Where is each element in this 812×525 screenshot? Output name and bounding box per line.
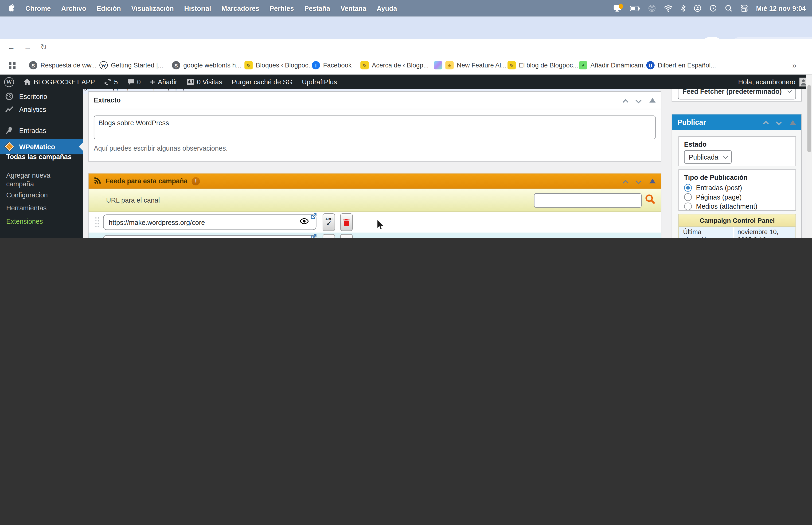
reload-icon[interactable]: ↻ <box>41 43 47 52</box>
extracto-title: Extracto <box>94 96 121 104</box>
home-icon <box>23 78 31 86</box>
sidebar-subitem-herramientas[interactable]: Herramientas <box>0 204 83 212</box>
bluetooth-icon[interactable] <box>681 5 686 12</box>
bookmark-item[interactable]: ✎Acerca de ‹ Blogp... <box>361 61 429 69</box>
feed-row: ABC✓ <box>89 212 661 232</box>
feeds-title: Feeds para esta campaña <box>106 177 188 185</box>
wifi-icon[interactable] <box>664 5 672 12</box>
move-down-icon[interactable] <box>776 119 782 125</box>
time-machine-icon[interactable] <box>709 5 717 12</box>
menu-historial[interactable]: Historial <box>184 4 211 12</box>
adminbar-new[interactable]: + Añadir <box>145 75 182 89</box>
fetcher-select[interactable]: Feed Fetcher (predeterminado) <box>678 89 796 100</box>
menu-pestana[interactable]: Pestaña <box>304 4 330 12</box>
menu-perfiles[interactable]: Perfiles <box>270 4 294 12</box>
external-link-icon[interactable] <box>310 234 317 238</box>
apps-grid-icon[interactable] <box>8 62 16 71</box>
adminbar-updraft[interactable]: UpdraftPlus <box>297 75 342 89</box>
adminbar-sg-cache[interactable]: Purgar caché de SG <box>227 75 297 89</box>
delete-feed-button[interactable] <box>340 213 353 231</box>
external-link-icon[interactable] <box>310 213 317 221</box>
sidebar-item-escritorio[interactable]: Escritorio <box>0 89 83 104</box>
trash-icon <box>343 218 350 226</box>
bookmark-item[interactable]: fFacebook <box>312 61 352 69</box>
move-up-icon[interactable] <box>763 121 769 127</box>
publicar-panel: Publicar Estado Publicada Tipo de Public… <box>672 114 802 238</box>
chevron-down-icon <box>787 89 792 93</box>
apple-icon[interactable] <box>8 3 15 13</box>
menu-chrome[interactable]: Chrome <box>25 4 51 12</box>
adminbar-visits[interactable]: 0 Visitas <box>182 75 227 89</box>
display-notification-icon[interactable] <box>613 5 621 12</box>
menu-marcadores[interactable]: Marcadores <box>221 4 259 12</box>
eye-icon[interactable] <box>300 218 308 226</box>
feeds-warning-icon[interactable] <box>192 177 200 185</box>
drag-handle-icon[interactable] <box>95 216 99 228</box>
sidebar-subitem-extensiones[interactable]: Extensiones <box>0 217 83 226</box>
sidebar-item-entradas[interactable]: Entradas <box>0 123 83 138</box>
wp-logo-icon[interactable]: W <box>0 75 18 89</box>
radio-medios[interactable]: Medios (attachment) <box>684 202 757 210</box>
estado-label: Estado <box>684 140 707 148</box>
check-feed-button[interactable]: ABC✓ <box>323 213 335 231</box>
forward-icon[interactable]: → <box>24 43 31 51</box>
bookmark-item[interactable]: ★New Feature Al... <box>434 61 506 69</box>
collapse-icon[interactable] <box>649 98 656 103</box>
sidebar-item-wpematico[interactable]: WPeMatico <box>0 139 83 154</box>
adminbar-greeting[interactable]: Hola, acambronero <box>738 78 796 86</box>
bookmark-item[interactable]: SRespuesta de ww... <box>29 61 96 69</box>
menu-edicion[interactable]: Edición <box>96 4 121 12</box>
back-icon[interactable]: ← <box>7 43 15 51</box>
menu-visualizacion[interactable]: Visualización <box>131 4 174 12</box>
feed-url-input[interactable] <box>103 235 317 238</box>
sidebar-item-analytics[interactable]: Analytics <box>0 102 83 117</box>
bookmark-item[interactable]: ✎El blog de Blogpoc... <box>507 61 578 69</box>
battery-icon[interactable] <box>630 5 640 11</box>
bookmark-item[interactable]: UDilbert en Español... <box>646 61 716 69</box>
mouse-cursor <box>377 219 384 230</box>
extracto-textarea[interactable]: Blogs sobre WordPress <box>94 116 656 139</box>
menu-ventana[interactable]: Ventana <box>340 4 366 12</box>
user-menu-icon[interactable] <box>694 5 701 12</box>
sidebar-item-medios[interactable]: Medios <box>0 235 83 238</box>
menu-archivo[interactable]: Archivo <box>61 4 86 12</box>
macos-menubar: Chrome Archivo Edición Visualización His… <box>0 0 812 17</box>
estado-select[interactable]: Publicada <box>684 150 732 164</box>
check-feed-button[interactable]: ABC✓ <box>323 234 335 238</box>
feed-url-input[interactable] <box>103 214 317 230</box>
feed-search-icon[interactable] <box>645 194 656 206</box>
collapse-icon[interactable] <box>649 179 656 183</box>
adminbar-updates[interactable]: 5 <box>99 75 122 89</box>
bookmarks-bar: SRespuesta de ww... WGetting Started |..… <box>0 57 812 75</box>
adminbar-site[interactable]: BLOGPOCKET APP <box>18 75 99 89</box>
estado-box: Estado Publicada <box>678 136 796 166</box>
sidebar-subitem-configuracion[interactable]: Configuracion <box>0 191 83 199</box>
bookmark-item[interactable]: ✎Bloques ‹ Blogpoc... <box>244 61 314 69</box>
feed-search-input[interactable] <box>534 193 641 208</box>
move-up-icon[interactable] <box>623 99 628 105</box>
bookmarks-overflow-icon[interactable]: » <box>792 61 796 69</box>
menubar-clock[interactable]: Mié 12 nov 9:04 <box>756 4 806 12</box>
sidebar-subitem-agregar-campana[interactable]: Agregar nueva campaña <box>0 171 62 189</box>
sidebar-subitem-todas-campanas[interactable]: Todas las campañas <box>0 152 83 161</box>
bookmark-item[interactable]: WGetting Started |... <box>99 61 163 69</box>
move-up-icon[interactable] <box>623 180 628 185</box>
radio-paginas[interactable]: Páginas (page) <box>684 193 742 201</box>
adminbar-comments[interactable]: 0 <box>122 75 145 89</box>
spotlight-search-icon[interactable] <box>725 5 732 12</box>
bookmark-item[interactable]: Sgoogle webfonts h... <box>172 61 241 69</box>
control-center-icon[interactable] <box>740 5 748 12</box>
scrollbar-thumb[interactable] <box>807 85 811 152</box>
delete-feed-button[interactable] <box>340 234 353 238</box>
chrome-tabstrip: ✕ + <box>0 17 812 39</box>
radio-entradas[interactable]: Entradas (post) <box>684 184 742 192</box>
drag-handle-icon[interactable] <box>95 237 99 238</box>
move-down-icon[interactable] <box>635 97 641 103</box>
menu-ayuda[interactable]: Ayuda <box>377 4 397 12</box>
airplay-icon[interactable] <box>648 5 656 12</box>
move-down-icon[interactable] <box>635 178 641 184</box>
scrollbar-track[interactable] <box>806 75 812 238</box>
rss-icon <box>94 176 102 186</box>
bookmark-item[interactable]: ⚡Añadir Dinámicam... <box>579 61 649 69</box>
collapse-icon[interactable] <box>790 120 796 124</box>
